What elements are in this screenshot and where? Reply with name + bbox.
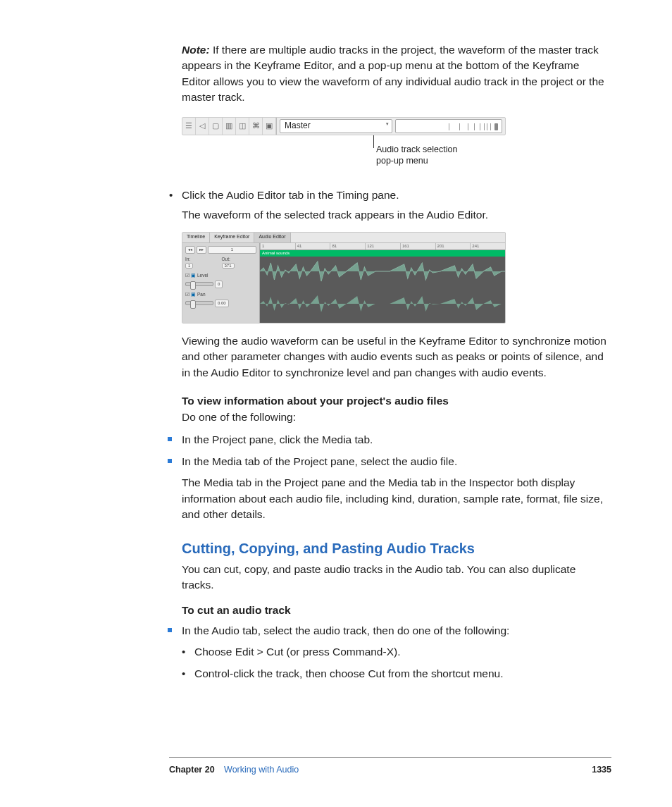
tab-timeline[interactable]: Timeline (182, 233, 210, 242)
bullet-text: In the Project pane, click the Media tab… (182, 433, 373, 445)
level-slider[interactable] (185, 282, 213, 286)
pan-label: Pan (197, 291, 206, 297)
note-text: If there are multiple audio tracks in th… (182, 44, 604, 103)
tab-keyframe-editor[interactable]: Keyframe Editor (210, 233, 254, 242)
footer-title: Working with Audio (224, 765, 299, 775)
current-frame-field[interactable]: 1 (208, 246, 256, 254)
subbullet-control-click: Control-click the track, then choose Cut… (194, 666, 609, 682)
ruler-tick: 241 (470, 243, 505, 250)
bullet-project-pane-media: In the Project pane, click the Media tab… (182, 432, 609, 448)
section-intro: You can cut, copy, and paste audio track… (182, 562, 609, 593)
filter-icon: ☰ (182, 118, 196, 135)
clip-label: Animal sounds (260, 250, 505, 257)
snap-icon: ◫ (236, 118, 249, 135)
audio-track-popup[interactable]: Master (280, 119, 392, 133)
footer-page-number: 1335 (592, 763, 611, 776)
level-field[interactable]: 0 (215, 281, 223, 288)
ruler-tick: 81 (330, 243, 365, 250)
view-info-lead: Do one of the following: (182, 409, 609, 425)
cut-track-heading: To cut an audio track (182, 603, 609, 618)
subbullet-text: Choose Edit > Cut (or press Command-X). (194, 646, 400, 658)
waveform-left-channel (260, 257, 505, 285)
bullet-text: In the Audio tab, select the audio track… (182, 624, 509, 636)
pan-field[interactable]: 0.00 (215, 300, 229, 307)
audio-editor-sidebar: ◂◂ ▸▸ 1 In: 1 Out: 371 ☑▣ Level (182, 243, 260, 323)
box-icon: ▢ (209, 118, 223, 135)
timeline-ruler: 1 41 81 121 161 201 241 (260, 243, 505, 250)
page-footer: Chapter 20 Working with Audio 1335 (169, 757, 611, 776)
out-label: Out: (222, 256, 257, 262)
pan-slider[interactable] (185, 301, 213, 305)
callout-line2: pop-up menu (376, 156, 428, 166)
record-icon: ▣ (263, 118, 276, 135)
view-info-heading: To view information about your project's… (182, 393, 609, 409)
callout-text: Audio track selection pop-up menu (376, 144, 457, 167)
subbullet-text: Control-click the track, then choose Cut… (194, 667, 504, 679)
ruler-tick: 201 (435, 243, 471, 250)
ruler-tick: 121 (365, 243, 400, 250)
audio-track-popup-value: Master (285, 120, 311, 132)
after-figure-paragraph: Viewing the audio waveform can be useful… (182, 333, 609, 381)
bullet-media-tab-select: In the Media tab of the Project pane, se… (182, 454, 609, 469)
timing-pane-tabs: Timeline Keyframe Editor Audio Editor (182, 233, 505, 243)
ruler-tick: 161 (400, 243, 435, 250)
in-field[interactable]: 1 (185, 263, 193, 269)
audio-editor-waveform-area: 1 41 81 121 161 201 241 Animal sounds (260, 243, 505, 323)
bullet-cut-track: In the Audio tab, select the audio track… (182, 623, 609, 639)
tab-audio-editor[interactable]: Audio Editor (254, 233, 290, 242)
prev-frame-button[interactable]: ◂◂ (185, 246, 195, 254)
audio-editor-figure: Timeline Keyframe Editor Audio Editor ◂◂… (182, 232, 506, 324)
link-icon: ⌘ (249, 118, 263, 135)
footer-chapter: Chapter 20 (169, 765, 215, 775)
ruler-tick: 1 (260, 243, 295, 250)
keyframe-editor-toolbar-figure: ☰ ◁ ▢ ▥ ◫ ⌘ ▣ Master (182, 117, 506, 135)
note-label: Note: (182, 44, 210, 56)
step-result: The waveform of the selected track appea… (182, 207, 609, 223)
graph-icon: ▥ (223, 118, 236, 135)
waveform-right-channel (260, 290, 505, 318)
callout-line1: Audio track selection (376, 144, 457, 154)
out-field[interactable]: 371 (222, 263, 235, 269)
callout-wrap: Audio track selection pop-up menu (182, 141, 609, 178)
media-tab-detail: The Media tab in the Project pane and th… (182, 475, 609, 522)
ruler-tick: 41 (295, 243, 330, 250)
subbullet-edit-cut: Choose Edit > Cut (or press Command-X). (194, 644, 609, 660)
callout-leader-line (373, 135, 374, 148)
next-frame-button[interactable]: ▸▸ (197, 246, 206, 254)
level-label: Level (197, 272, 209, 278)
toolbar-icon-row: ☰ ◁ ▢ ▥ ◫ ⌘ ▣ (182, 118, 277, 135)
bullet-text: In the Media tab of the Project pane, se… (182, 455, 457, 467)
step-click-audio-editor: Click the Audio Editor tab in the Timing… (182, 187, 609, 203)
note-paragraph: Note: If there are multiple audio tracks… (182, 42, 609, 106)
in-label: In: (185, 256, 220, 262)
step-text: Click the Audio Editor tab in the Timing… (182, 189, 399, 201)
zoom-ruler[interactable] (395, 119, 502, 133)
play-icon: ◁ (196, 118, 209, 135)
section-heading: Cutting, Copying, and Pasting Audio Trac… (182, 538, 609, 559)
